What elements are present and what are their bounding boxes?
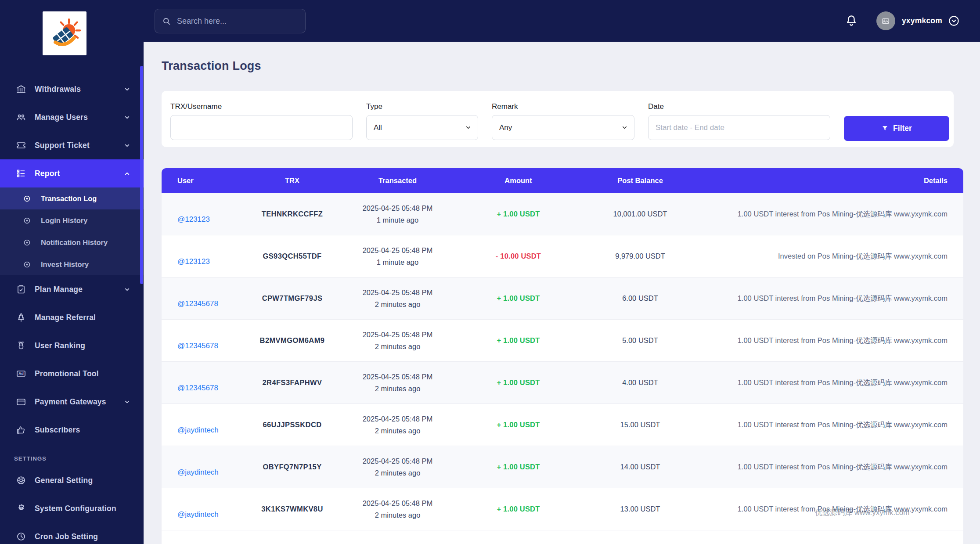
sidebar-item-cron-job-setting[interactable]: Cron Job Setting (0, 522, 144, 544)
user-avatar[interactable] (876, 11, 895, 30)
chevron-down-icon (124, 86, 130, 93)
date-field: Date (648, 102, 830, 147)
table-row: @jaydintech OBYFQ7N7P15Y 2025-04-25 05:4… (162, 446, 963, 488)
details-cell: 1.00 USDT interest from Pos Mining-优选源码库… (693, 378, 963, 388)
post-balance-cell: 13.00 USDT (587, 505, 693, 513)
submenu-item-login-history[interactable]: Login History (0, 209, 144, 231)
chevron-down-icon (124, 399, 130, 405)
submenu-item-label: Transaction Log (41, 195, 97, 203)
user-cell: @jaydintech (162, 421, 238, 429)
sidebar-item-manage-referral[interactable]: Manage Referral (0, 303, 144, 331)
page-title: Transaction Logs (162, 59, 261, 73)
remark-label: Remark (492, 102, 634, 111)
user-link[interactable]: @jaydintech (177, 510, 219, 519)
sidebar-item-subscribers[interactable]: Subscribers (0, 416, 144, 444)
date-range-input[interactable] (648, 115, 830, 140)
brand-logo[interactable] (43, 11, 86, 55)
filter-button[interactable]: Filter (844, 116, 949, 141)
search-box[interactable] (155, 9, 306, 33)
sidebar-item-label: Withdrawals (35, 85, 81, 94)
user-cell: @jaydintech (162, 505, 238, 514)
notification-bell-icon[interactable] (845, 14, 858, 28)
user-link[interactable]: @12345678 (177, 342, 218, 350)
amount-cell: + 1.00 USDT (449, 378, 587, 387)
sidebar-item-label: Support Ticket (35, 141, 90, 150)
type-label: Type (366, 102, 478, 111)
details-cell: 1.00 USDT interest from Pos Mining-优选源码库… (693, 462, 963, 472)
user-link[interactable]: @123123 (177, 257, 210, 266)
details-cell: 1.00 USDT interest from Pos Mining-优选源码库… (693, 420, 963, 430)
table-row: @123123 GS93QCH55TDF 2025-04-25 05:48 PM… (162, 235, 963, 277)
table-header-row: User TRX Transacted Amount Post Balance … (162, 168, 963, 193)
settings-section-header: SETTINGS (14, 455, 144, 462)
users-icon (16, 112, 26, 122)
trx-username-input[interactable] (170, 115, 353, 140)
sidebar-item-system-configuration[interactable]: System Configuration (0, 494, 144, 522)
sidebar-item-label: Promotional Tool (35, 369, 99, 378)
sidebar: Withdrawals Manage Users Support Ticket … (0, 0, 144, 544)
sidebar-item-label: Report (35, 169, 60, 178)
type-field: Type All (366, 102, 478, 147)
sidebar-item-label: General Setting (35, 476, 93, 485)
clipboard-icon (16, 284, 26, 295)
amount-cell: + 1.00 USDT (449, 294, 587, 303)
gear-icon (16, 503, 26, 514)
chevron-down-icon (124, 114, 130, 121)
col-header-trx: TRX (238, 177, 346, 185)
sidebar-item-label: System Configuration (35, 504, 116, 513)
type-select[interactable]: All (366, 115, 478, 140)
user-link[interactable]: @jaydintech (177, 468, 219, 477)
sidebar-item-label: Manage Users (35, 113, 88, 122)
details-cell: Invested on Pos Mining-优选源码库 www.yxymk.c… (693, 252, 963, 261)
col-header-details: Details (693, 177, 963, 185)
sidebar-scrollbar[interactable] (140, 66, 143, 284)
user-link[interactable]: @jaydintech (177, 426, 219, 435)
date-label: Date (648, 102, 830, 111)
sidebar-item-promotional-tool[interactable]: Ad Promotional Tool (0, 360, 144, 388)
dot-circle-icon (23, 260, 31, 269)
trx-cell: TEHNKRKCCFFZ (238, 210, 346, 218)
trx-cell: GS93QCH55TDF (238, 252, 346, 260)
user-cell: @jaydintech (162, 463, 238, 472)
sidebar-item-general-setting[interactable]: General Setting (0, 466, 144, 494)
amount-cell: + 1.00 USDT (449, 505, 587, 513)
chevron-down-icon (124, 286, 130, 293)
transacted-cell: 2025-04-25 05:48 PM2 minutes ago (346, 371, 449, 394)
sidebar-item-label: Payment Gateways (35, 397, 106, 407)
user-link[interactable]: @12345678 (177, 384, 218, 393)
bank-icon (16, 84, 26, 94)
funnel-icon (881, 125, 889, 132)
filter-button-wrap: Filter (844, 102, 949, 147)
dial-icon (16, 475, 26, 486)
type-select-value: All (374, 123, 382, 132)
submenu-item-notification-history[interactable]: Notification History (0, 231, 144, 253)
clock-icon (16, 531, 26, 542)
user-link[interactable]: @123123 (177, 215, 210, 224)
report-submenu: Transaction Log Login History Notificati… (0, 187, 144, 275)
transacted-cell: 2025-04-25 05:48 PM1 minute ago (346, 245, 449, 268)
sidebar-item-payment-gateways[interactable]: Payment Gateways (0, 388, 144, 416)
details-cell: 1.00 USDT interest from Pos Mining-优选源码库… (693, 336, 963, 346)
sidebar-item-report[interactable]: Report (0, 159, 144, 187)
tree-icon (16, 312, 26, 323)
submenu-item-invest-history[interactable]: Invest History (0, 253, 144, 275)
user-menu-chevron-icon[interactable] (948, 15, 960, 27)
topbar-right: yxymkcom (845, 11, 980, 30)
user-link[interactable]: @12345678 (177, 299, 218, 308)
sidebar-item-plan-manage[interactable]: Plan Manage (0, 275, 144, 303)
remark-select[interactable]: Any (492, 115, 634, 140)
sidebar-item-withdrawals[interactable]: Withdrawals (0, 75, 144, 103)
submenu-item-label: Invest History (41, 260, 89, 269)
report-list-icon (16, 168, 26, 179)
sidebar-item-support-ticket[interactable]: Support Ticket (0, 131, 144, 159)
search-input[interactable] (177, 17, 298, 26)
sidebar-nav: Withdrawals Manage Users Support Ticket … (0, 75, 144, 544)
submenu-item-transaction-log[interactable]: Transaction Log (0, 187, 144, 209)
sidebar-item-manage-users[interactable]: Manage Users (0, 103, 144, 131)
sidebar-item-user-ranking[interactable]: User Ranking (0, 331, 144, 360)
chevron-down-icon (124, 142, 130, 149)
amount-cell: + 1.00 USDT (449, 336, 587, 345)
filter-card: TRX/Username Type All Remark Any Date Fi… (162, 91, 954, 147)
sidebar-item-label: Manage Referral (35, 313, 96, 322)
transacted-cell: 2025-04-25 05:48 PM1 minute ago (346, 202, 449, 226)
